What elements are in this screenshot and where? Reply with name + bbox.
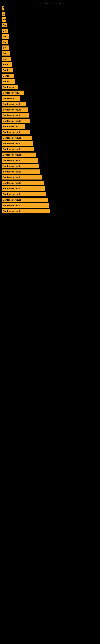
bar-row: Bottleneck result	[2, 119, 98, 123]
bar-row: Bottleneck resul	[2, 102, 98, 106]
bar: Bottleneck result	[2, 170, 40, 174]
bar-row: Bottleneck result	[2, 108, 98, 112]
bar-row: Bottleneck result	[2, 203, 98, 208]
bar-row: Bot	[2, 34, 98, 39]
bar-row: Bottleneck result	[2, 164, 98, 168]
bar: Bottle	[2, 74, 14, 78]
bar-label: Bo	[3, 41, 6, 43]
bar-row: Bottleneck result	[2, 130, 98, 134]
bar: Bo	[2, 28, 8, 33]
bar-row: Bottleneck resu	[2, 124, 98, 129]
bar: Bot	[2, 51, 10, 56]
bar: Bo	[2, 17, 6, 22]
bar-label: Bottleneck result	[3, 204, 21, 207]
bar-label: Bottleneck result	[3, 137, 21, 139]
bar-label: Bo	[3, 30, 6, 32]
bar-label: Bottle	[3, 69, 9, 72]
bar-label: Bottleneck result	[3, 120, 21, 122]
bar-label: Bottleneck result	[3, 131, 21, 134]
bar: Bottl	[2, 62, 12, 67]
bar: Bottle	[2, 79, 15, 84]
bar-row: Bottleneck result	[2, 158, 98, 162]
bar-label: Bottleneck result	[3, 182, 21, 184]
bar-label: Bottleneck result	[3, 114, 21, 116]
bar-row: Bottle	[2, 74, 98, 78]
bar-row: B	[2, 12, 98, 16]
bar-row: Bottl	[2, 62, 98, 67]
bar-row: Bottle	[2, 68, 98, 72]
bar-row: Bot	[2, 51, 98, 56]
site-title: TheBottlenecker.com	[0, 0, 100, 6]
bar-label: Bottleneck result	[3, 187, 21, 190]
bar-label: Bottleneck	[3, 86, 14, 88]
bar-row: Bottleneck result	[2, 186, 98, 191]
bar: Bottleneck result	[2, 175, 42, 180]
bar-row: Bottleneck result	[2, 147, 98, 151]
bar-row: Bottleneck result	[2, 181, 98, 185]
bar-label: B	[3, 13, 4, 15]
bar: Bottleneck result	[2, 158, 38, 162]
bar-row: Bottle	[2, 79, 98, 84]
bar: Bottleneck result	[2, 152, 36, 157]
bar-row: Bottleneck	[2, 85, 98, 89]
bar-label: Bottleneck r	[3, 97, 16, 100]
bar-label: Bo	[3, 18, 6, 21]
bar-label: Bottleneck result	[3, 148, 21, 150]
bar-row: Bottleneck result	[2, 175, 98, 180]
bar: Bottleneck result	[2, 203, 49, 208]
bar-row: B	[2, 6, 98, 10]
bar-row: Bottleneck result	[2, 152, 98, 157]
bar-label: Bottle	[3, 80, 9, 83]
bar: Bottleneck result	[2, 209, 50, 213]
bar-row: Bo	[2, 17, 98, 22]
bar: Bottleneck resu	[2, 90, 24, 95]
bar-row: Bottleneck resu	[2, 90, 98, 95]
bar: Bott	[2, 57, 11, 61]
bar-row: Bottleneck result	[2, 113, 98, 118]
bar-label: Bottleneck result	[3, 193, 21, 196]
bar: Bot	[2, 34, 9, 39]
bar-label: Bottleneck result	[3, 199, 21, 201]
bar: Bottleneck result	[2, 130, 30, 134]
bar-label: Bottleneck result	[3, 165, 21, 167]
bar: Bottleneck r	[2, 96, 20, 100]
bar-row: Bottleneck result	[2, 192, 98, 196]
bar: Bottleneck result	[2, 119, 30, 123]
bar: Bottleneck result	[2, 113, 29, 118]
bar-label: Bo	[3, 24, 6, 26]
bar-row: Bo	[2, 23, 98, 27]
bar-label: Bottleneck resu	[3, 92, 19, 94]
bar: Bottleneck result	[2, 192, 47, 196]
bar: Bottleneck result	[2, 147, 34, 151]
bar-row: Bottleneck r	[2, 96, 98, 100]
bar-label: B	[3, 7, 3, 10]
bar: Bottleneck	[2, 85, 18, 89]
bar: Bottleneck result	[2, 181, 44, 185]
bar-label: Bot	[3, 35, 6, 38]
bar: B	[2, 6, 3, 10]
bar: Bottle	[2, 68, 13, 72]
bar-row: Bott	[2, 57, 98, 61]
bar: Bottleneck result	[2, 198, 48, 202]
bar-label: Bottleneck result	[3, 176, 21, 178]
bar-row: Bottleneck result	[2, 170, 98, 174]
bar: Bottleneck result	[2, 136, 32, 140]
bar-label: Bottleneck result	[3, 108, 21, 111]
bar: Bottleneck result	[2, 141, 33, 146]
bar-row: Bottleneck result	[2, 198, 98, 202]
bar-label: Bottleneck result	[3, 154, 21, 156]
bar: Bo	[2, 23, 7, 27]
bars-container: BBBoBoBoBotBoBoBotBottBottlBottleBottleB…	[0, 6, 100, 214]
bar-label: Bottleneck result	[3, 210, 21, 212]
bar-label: Bottle	[3, 75, 9, 77]
bar-label: Bottleneck resul	[3, 103, 20, 105]
bar-row: Bo	[2, 46, 98, 50]
bar: Bottleneck result	[2, 186, 45, 191]
bar-label: Bot	[3, 52, 6, 54]
bar-label: Bottleneck result	[3, 170, 21, 173]
bar: Bo	[2, 40, 8, 44]
bar-label: Bo	[3, 46, 6, 49]
bar-row: Bo	[2, 40, 98, 44]
bar: Bottleneck resul	[2, 102, 26, 106]
bar-row: Bo	[2, 28, 98, 33]
